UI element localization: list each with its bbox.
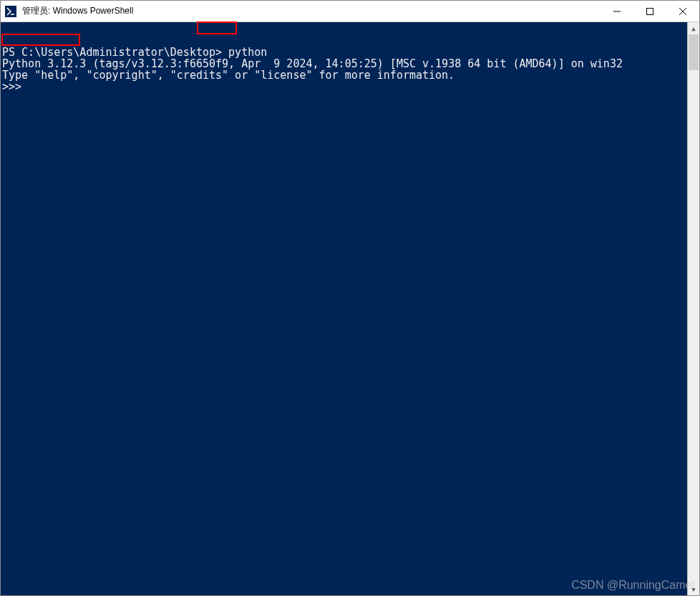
repl-prompt: >>> [2, 80, 21, 93]
scroll-down-arrow[interactable]: ▼ [688, 583, 699, 595]
vertical-scrollbar[interactable]: ▲ ▼ [687, 22, 699, 595]
powershell-window: 管理员: Windows PowerShell PS C:\Users\Admi… [0, 0, 700, 596]
scroll-up-arrow[interactable]: ▲ [688, 22, 699, 34]
python-help-line: Type "help", "copyright", "credits" or "… [2, 69, 454, 82]
terminal-area[interactable]: PS C:\Users\Administrator\Desktop> pytho… [1, 22, 699, 595]
titlebar[interactable]: 管理员: Windows PowerShell [1, 1, 699, 22]
maximize-button[interactable] [633, 1, 666, 21]
powershell-icon [5, 6, 16, 17]
svg-rect-3 [647, 8, 653, 14]
terminal-output: PS C:\Users\Administrator\Desktop> pytho… [2, 47, 686, 92]
scrollbar-thumb[interactable] [689, 34, 699, 70]
window-controls [601, 1, 699, 21]
window-title: 管理员: Windows PowerShell [21, 5, 601, 17]
close-button[interactable] [666, 1, 699, 21]
minimize-button[interactable] [601, 1, 633, 21]
